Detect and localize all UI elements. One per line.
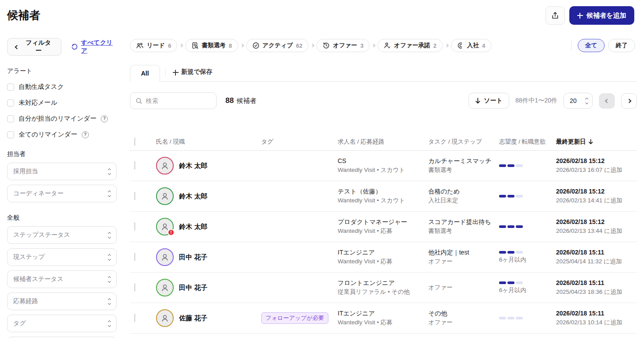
aspiration-meter	[499, 281, 556, 284]
row-checkbox[interactable]	[134, 222, 135, 231]
toggle-all[interactable]: 全て	[578, 39, 605, 52]
dropdown-application-route[interactable]: 応募経路	[7, 292, 117, 310]
help-icon[interactable]: ?	[101, 115, 108, 122]
table-row[interactable]: 田中 花子 フロントエンジニア 従業員リファラル • その他 オファー 6ヶ月以…	[130, 273, 637, 303]
collapse-filter-button[interactable]: フィルター	[7, 38, 61, 56]
added-at: 2026/02/13 16:07 に追加	[556, 166, 637, 175]
aspiration-meter	[499, 195, 556, 197]
filter-checkbox-my-reminders[interactable]: 自分が担当のリマインダー ?	[7, 114, 117, 123]
aspiration-bar	[499, 281, 506, 284]
current-step-label: 書類選考	[428, 227, 499, 235]
filter-checkbox-all-reminders[interactable]: 全てのリマインダー ?	[7, 130, 117, 139]
search-input[interactable]	[146, 97, 203, 104]
help-icon[interactable]: ?	[82, 131, 89, 138]
checkbox[interactable]	[7, 99, 14, 106]
header-name[interactable]: 氏名 / 現職	[156, 138, 185, 146]
candidate-name: 佐藤 花子	[179, 314, 207, 323]
search-icon	[136, 98, 142, 104]
task-label: カルチャーミスマッチ	[428, 156, 499, 166]
header-tag[interactable]: タグ	[261, 138, 274, 145]
stage-screening[interactable]: 書類選考 8	[185, 39, 238, 52]
filter-button-label: フィルター	[24, 39, 53, 55]
row-checkbox[interactable]	[134, 253, 135, 261]
aspiration-bar	[516, 317, 523, 319]
filter-checkbox-auto-tasks[interactable]: 自動生成タスク	[7, 83, 117, 91]
divider	[165, 69, 166, 76]
aspiration-bar	[499, 164, 506, 167]
chevron-left-icon	[605, 99, 609, 103]
sort-button[interactable]: ソート	[469, 93, 509, 109]
dropdown-candidate-status[interactable]: 候補者ステータス	[7, 270, 117, 288]
clear-all-link[interactable]: すべてクリア	[71, 39, 117, 55]
stage-active[interactable]: アクティブ 62	[246, 39, 309, 52]
dropdown-recruiter[interactable]: 採用担当	[7, 163, 117, 180]
aspiration-bar	[499, 251, 506, 254]
prev-page-button[interactable]	[599, 93, 615, 109]
stage-joined[interactable]: 入社 4	[451, 39, 492, 52]
save-new-view-button[interactable]: 新規で保存	[167, 64, 218, 81]
current-step-label: 書類選考	[428, 166, 499, 175]
export-button[interactable]	[545, 6, 565, 25]
select-chevrons-icon	[108, 169, 111, 175]
table-row[interactable]: 鈴木 太郎 プロダクトマネージャー Wantedly Visit • 応募 スコ…	[130, 212, 637, 242]
table-row[interactable]: 田中 花子 ITエンジニア Wantedly Visit • 応募 他社内定｜t…	[130, 242, 637, 273]
header-aspiration[interactable]: 志望度 / 転職意欲	[499, 138, 546, 145]
candidates-page: 候補者 候補者を追加 フィルター	[0, 0, 644, 338]
candidate-rows: 鈴木 太郎 CS Wantedly Visit • スカウト カルチャーミスマッ…	[130, 151, 637, 334]
onboard-icon	[457, 42, 464, 49]
aspiration-bar	[507, 251, 514, 254]
add-candidate-button[interactable]: 候補者を追加	[569, 6, 634, 25]
filter-checkbox-unanswered-mail[interactable]: 未対応メール	[7, 99, 117, 107]
table-row[interactable]: 鈴木 太郎 CS Wantedly Visit • スカウト カルチャーミスマッ…	[130, 151, 637, 181]
main-panel: リード 6 書類選考 8	[130, 33, 637, 338]
table-row[interactable]: 鈴木 太郎 テスト（佐藤） Wantedly Visit • スカウト 合格のた…	[130, 181, 637, 212]
row-checkbox[interactable]	[134, 314, 135, 322]
header-job[interactable]: 求人名 / 応募経路	[338, 138, 385, 145]
share-icon	[551, 11, 559, 19]
next-page-button[interactable]	[621, 93, 637, 109]
candidate-name: 鈴木 太郎	[179, 162, 207, 170]
person-icon	[160, 161, 170, 171]
select-chevrons-icon	[108, 254, 111, 260]
aspiration-bar	[507, 281, 514, 284]
aspiration-meter	[499, 317, 556, 319]
application-route: 従業員リファラル • その他	[338, 288, 428, 296]
top-actions: 候補者を追加	[545, 5, 637, 25]
tab-all[interactable]: All	[130, 65, 160, 82]
checkbox[interactable]	[7, 115, 14, 122]
reset-icon	[71, 43, 78, 51]
dropdown-coordinator[interactable]: コーディネーター	[7, 185, 117, 202]
row-checkbox[interactable]	[134, 161, 135, 170]
stage-offer[interactable]: オファー 3	[316, 39, 370, 52]
candidate-table: 氏名 / 現職 タグ 求人名 / 応募経路 タスク / 現ステップ 志望度 / …	[130, 133, 637, 334]
stage-lead[interactable]: リード 6	[130, 39, 177, 52]
follow-up-tag: フォローアップが必要	[261, 312, 328, 324]
checkbox[interactable]	[7, 131, 14, 138]
select-all-checkbox[interactable]	[134, 137, 135, 146]
header-task[interactable]: タスク / 現ステップ	[428, 138, 482, 145]
job-title: ITエンジニア	[338, 248, 428, 257]
row-checkbox[interactable]	[134, 283, 135, 292]
toggle-closed[interactable]: 終了	[608, 39, 635, 52]
header-updated[interactable]: 最終更新日	[556, 138, 637, 146]
dropdown-tag[interactable]: タグ	[7, 315, 117, 332]
checkbox[interactable]	[7, 84, 14, 91]
added-at: 2026/02/13 14:41 に追加	[556, 196, 637, 205]
select-chevrons-icon	[108, 232, 111, 238]
aspiration-bar	[516, 164, 523, 167]
row-checkbox[interactable]	[134, 192, 135, 200]
page-title: 候補者	[7, 5, 40, 23]
stage-offer-accepted[interactable]: オファー承諾 2	[377, 39, 442, 52]
page-size-select[interactable]: 20	[564, 93, 593, 109]
added-at: 2026/02/13 10:14 に追加	[556, 318, 637, 327]
task-label: スコアカード提出待ち	[428, 217, 499, 227]
dropdown-step-status[interactable]: ステップステータス	[7, 226, 117, 244]
job-title: ITエンジニア	[338, 309, 428, 318]
aspiration-bar	[507, 164, 514, 167]
alert-badge	[168, 229, 175, 236]
dropdown-current-step[interactable]: 現ステップ	[7, 248, 117, 266]
table-row[interactable]: 佐藤 花子 フォローアップが必要 ITエンジニア Wantedly Visit …	[130, 303, 637, 334]
search-box[interactable]	[130, 92, 217, 109]
avatar	[156, 187, 174, 205]
candidate-name: 田中 花子	[179, 284, 207, 292]
